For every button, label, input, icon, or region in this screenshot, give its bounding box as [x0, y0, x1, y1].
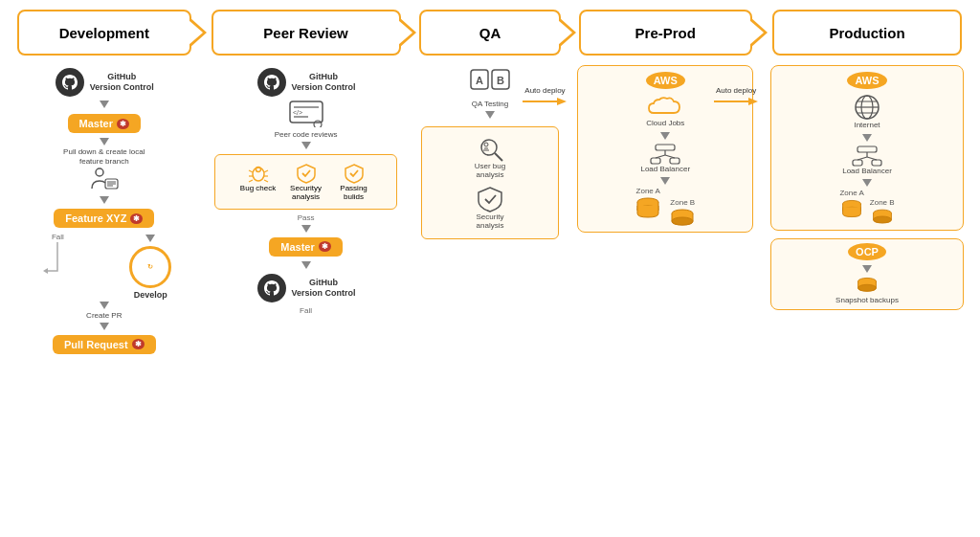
github-icon-dev	[55, 67, 85, 98]
pull-down-label: Pull down & create localfeature branch	[63, 147, 145, 166]
auto-deploy-production: Auto deploy	[714, 86, 758, 108]
bug-check-icon	[248, 163, 269, 184]
security-label-qa: Securityanalysis	[477, 213, 504, 231]
svg-point-14	[253, 168, 264, 181]
stage-production: Production Auto deploy AWS	[762, 10, 972, 310]
arrow-pp-1	[660, 132, 670, 140]
zones-production: Zone A Zone B	[839, 189, 894, 224]
stage-header-qa: QA	[419, 10, 561, 56]
svg-line-38	[656, 155, 665, 158]
github-icon-pr2	[256, 273, 287, 303]
lb-label-pre-prod: Load Balancer	[640, 165, 690, 174]
github-vc-pr2: GitHub Version Control	[256, 273, 356, 303]
develop-circle: ↻	[129, 246, 171, 288]
checks-box-pr: Bug check Securityyanalysis	[214, 154, 397, 210]
pull-request-label: Pull Request	[64, 339, 128, 350]
zone-a-pre-prod: Zone A	[635, 187, 661, 218]
svg-rect-36	[670, 158, 679, 164]
zone-b-pre-prod: Zone B	[669, 198, 696, 226]
stage-content-qa: A B QA Testing User	[412, 56, 569, 239]
develop-label: ↻	[147, 263, 153, 271]
svg-point-1	[96, 168, 103, 176]
svg-line-21	[264, 180, 268, 182]
bug-check-item: Bug check	[238, 163, 278, 201]
arrow-qa-1	[485, 111, 495, 119]
internet-label: Internet	[854, 121, 880, 130]
pass-label-pr: Pass	[298, 213, 315, 222]
github-vc-dev: GitHub Version Control	[55, 67, 154, 98]
arrow-prod-2	[862, 179, 872, 187]
create-pr-label: Create PR	[86, 311, 122, 321]
auto-deploy-arrow-production	[714, 95, 758, 108]
svg-line-56	[867, 157, 877, 160]
ocp-badge-production: OCP	[848, 243, 886, 260]
pipeline-container: Development GitHub Version Control Maste…	[0, 0, 980, 537]
shield-qa-icon	[477, 186, 503, 213]
stage-content-peer-review: GitHub Version Control </> Peer code rev…	[201, 56, 412, 315]
svg-line-16	[249, 170, 253, 172]
svg-line-28	[495, 153, 502, 161]
develop-circle-section: ↻ Develop	[104, 233, 197, 300]
internet-section: Internet	[854, 94, 880, 130]
db-zone-a-production	[840, 199, 863, 218]
feature-xyz-label: Feature XYZ	[65, 213, 126, 224]
aws-badge-pre-prod: AWS	[646, 72, 685, 89]
stage-label-peer-review: Peer Review	[263, 25, 347, 41]
stage-header-pre-prod: Pre-Prod	[579, 10, 752, 56]
github-icon-pr1	[256, 67, 287, 98]
svg-rect-35	[651, 158, 660, 164]
passing-builds-label: Passingbulids	[340, 184, 367, 201]
svg-line-20	[249, 180, 253, 182]
auto-deploy-label-pre-prod: Auto deploy	[524, 86, 565, 95]
svg-text:A: A	[476, 75, 483, 86]
qa-content-box: User buganalysis Securityanalysis	[421, 126, 559, 239]
stage-content-development: GitHub Version Control Master ✱ Pull dow…	[8, 56, 201, 357]
search-bug-icon	[476, 135, 504, 162]
github-label-pr1: GitHub Version Control	[292, 72, 356, 93]
svg-point-0	[56, 68, 84, 97]
svg-rect-52	[853, 160, 862, 166]
passing-builds-item: Passingbulids	[334, 163, 374, 201]
code-review-icon: </>	[289, 101, 323, 127]
master-label-pr: Master	[280, 241, 314, 253]
stage-content-pre-prod: AWS Cloud Jobs	[568, 56, 762, 233]
fall-label-dev: Fall	[52, 233, 64, 241]
stage-label-production: Production	[829, 25, 904, 41]
arrow-dev-2	[100, 138, 109, 145]
svg-line-39	[665, 155, 675, 158]
arrow-pr-2	[301, 225, 311, 233]
svg-marker-45	[748, 98, 758, 105]
bug-check-label: Bug check	[240, 184, 276, 192]
arrow-dev-5	[100, 323, 109, 330]
stage-development: Development GitHub Version Control Maste…	[8, 10, 201, 357]
db-zone-b-production	[871, 209, 894, 224]
zone-b-production: Zone B	[870, 198, 895, 224]
cloud-jobs-section: Cloud Jobs	[646, 94, 684, 128]
arrow-dev-3	[100, 196, 109, 204]
arrow-pr-1	[301, 142, 311, 149]
svg-marker-6	[43, 268, 48, 274]
snapshot-label: Snapshot backups	[835, 296, 899, 305]
svg-point-22	[257, 274, 286, 302]
git-icon-feature: ✱	[130, 213, 143, 224]
qa-testing-label: QA Testing	[472, 100, 509, 109]
snapshot-db-icon	[856, 277, 879, 296]
snapshot-backups: Snapshot backups	[835, 277, 899, 305]
zone-b-label-production: Zone B	[870, 198, 895, 207]
stage-content-production: AWS Internet	[762, 56, 972, 310]
stage-label-qa: QA	[479, 25, 501, 41]
arrow-prod-1	[862, 134, 872, 142]
auto-deploy-pre-prod: Auto deploy	[523, 86, 567, 108]
arrow-to-develop	[145, 235, 155, 242]
svg-line-55	[858, 157, 867, 160]
pull-request-box: Pull Request ✱	[53, 335, 156, 354]
cloud-jobs-icon	[647, 94, 683, 119]
zone-b-label-pre-prod: Zone B	[670, 198, 695, 207]
stage-label-development: Development	[59, 25, 149, 41]
auto-deploy-label-production: Auto deploy	[716, 86, 756, 95]
lb-label-production: Load Balancer	[842, 167, 892, 176]
security-analysis-qa: Securityanalysis	[477, 186, 504, 231]
ocp-inner-production: OCP Snapshot backups	[770, 238, 963, 310]
checks-row-pr: Bug check Securityyanalysis	[238, 163, 374, 201]
aws-badge-production: AWS	[847, 72, 886, 89]
